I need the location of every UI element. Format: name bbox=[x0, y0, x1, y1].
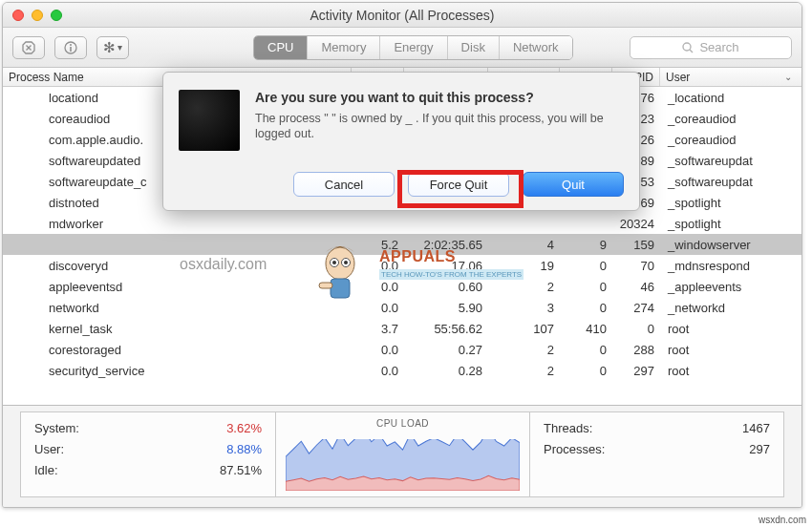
system-label: System: bbox=[34, 418, 79, 439]
cell-pid: 159 bbox=[612, 238, 660, 252]
table-row[interactable]: corestoraged0.00.2720288root bbox=[3, 339, 801, 360]
cell-user: root bbox=[660, 364, 801, 378]
processes-value: 297 bbox=[749, 439, 770, 460]
settings-button[interactable]: ✻ ▾ bbox=[96, 36, 129, 59]
table-row[interactable]: securityd_service0.00.2820297root bbox=[3, 360, 801, 381]
cell-threads: 3 bbox=[488, 301, 560, 315]
cell-idle: 0 bbox=[560, 280, 612, 294]
tab-disk[interactable]: Disk bbox=[447, 36, 499, 59]
user-label: User: bbox=[34, 439, 64, 460]
cell-name: appleeventsd bbox=[3, 280, 352, 294]
stop-process-button[interactable] bbox=[12, 36, 45, 59]
cell-name: mdworker bbox=[3, 217, 352, 231]
quit-button[interactable]: Quit bbox=[523, 172, 624, 197]
user-value: 8.88% bbox=[226, 439, 262, 460]
cell-pid: 46 bbox=[612, 280, 660, 294]
cell-user: _softwareupdat bbox=[660, 175, 801, 189]
dialog-title: Are you sure you want to quit this proce… bbox=[255, 90, 624, 105]
cell-user: _mdnsrespond bbox=[660, 259, 801, 273]
table-row[interactable]: com.apple.PerformanceAnalysis.animat...0… bbox=[3, 381, 801, 383]
cell-cpu: 0.0 bbox=[352, 364, 404, 378]
cartoon-mascot bbox=[311, 237, 369, 304]
cell-user: _spotlight bbox=[660, 196, 801, 210]
cell-pid: 70 bbox=[612, 259, 660, 273]
cell-user: _coreaudiod bbox=[660, 112, 801, 126]
cell-time: 0.27 bbox=[404, 343, 488, 357]
svg-rect-14 bbox=[319, 283, 332, 288]
svg-rect-13 bbox=[331, 279, 350, 298]
cell-pid: 297 bbox=[612, 364, 660, 378]
table-row[interactable]: mdworker20324_spotlight bbox=[3, 213, 801, 234]
cell-threads: 2 bbox=[488, 343, 560, 357]
tab-memory[interactable]: Memory bbox=[307, 36, 379, 59]
cell-name: kernel_task bbox=[3, 322, 352, 336]
cell-user: _locationd bbox=[660, 91, 801, 105]
process-summary: Threads:1467 Processes:297 bbox=[529, 412, 783, 496]
cell-name: securityd_service bbox=[3, 364, 352, 378]
table-row[interactable]: networkd0.05.9030274_networkd bbox=[3, 297, 801, 318]
window-titlebar: Activity Monitor (All Processes) bbox=[3, 3, 801, 28]
cpu-summary: System:3.62% User:8.88% Idle:87.51% bbox=[21, 412, 275, 496]
svg-line-7 bbox=[690, 50, 693, 53]
watermark-osxdaily: osxdaily.com bbox=[180, 256, 267, 273]
watermark-appuals: APPUALS TECH HOW-TO'S FROM THE EXPERTS bbox=[379, 248, 524, 280]
cell-user: _networkd bbox=[660, 301, 801, 315]
idle-label: Idle: bbox=[34, 460, 58, 481]
threads-label: Threads: bbox=[544, 418, 592, 439]
cell-pid: 274 bbox=[612, 301, 660, 315]
cell-idle: 0 bbox=[560, 301, 612, 315]
cell-cpu: 3.7 bbox=[352, 322, 404, 336]
cell-pid: 0 bbox=[612, 322, 660, 336]
tab-group: CPU Memory Energy Disk Network bbox=[253, 35, 573, 60]
watermark-bottom: wsxdn.com bbox=[759, 515, 806, 525]
cell-time: 0.60 bbox=[404, 280, 488, 294]
cell-threads: 2 bbox=[488, 280, 560, 294]
cell-user: _windowserver bbox=[660, 238, 801, 252]
tab-network[interactable]: Network bbox=[499, 36, 572, 59]
search-icon bbox=[682, 42, 694, 53]
cancel-button[interactable]: Cancel bbox=[293, 172, 395, 197]
chevron-down-icon: ▾ bbox=[118, 42, 122, 53]
svg-point-6 bbox=[683, 43, 691, 51]
force-quit-button[interactable]: Force Quit bbox=[408, 172, 509, 197]
svg-point-12 bbox=[344, 261, 348, 264]
svg-rect-5 bbox=[70, 47, 72, 52]
threads-value: 1467 bbox=[742, 418, 770, 439]
cell-user: _softwareupdat bbox=[660, 154, 801, 168]
dialog-message: The process " " is owned by _ . If you q… bbox=[255, 111, 624, 141]
table-row[interactable]: kernel_task3.755:56.621074100root bbox=[3, 318, 801, 339]
col-user[interactable]: User ⌄ bbox=[660, 68, 801, 86]
system-value: 3.62% bbox=[226, 418, 262, 439]
info-icon bbox=[64, 41, 77, 54]
cell-name: corestoraged bbox=[3, 343, 352, 357]
cell-user: root bbox=[660, 322, 801, 336]
idle-value: 87.51% bbox=[220, 460, 262, 481]
quit-process-dialog: Are you sure you want to quit this proce… bbox=[162, 72, 640, 211]
inspect-process-button[interactable] bbox=[54, 36, 87, 59]
footer: System:3.62% User:8.88% Idle:87.51% CPU … bbox=[3, 405, 801, 507]
cell-time: 5.90 bbox=[404, 301, 488, 315]
cpu-load-chart: CPU LOAD bbox=[275, 412, 529, 496]
cell-threads: 107 bbox=[488, 322, 560, 336]
toolbar: ✻ ▾ CPU Memory Energy Disk Network Searc… bbox=[3, 28, 801, 68]
cell-idle: 0 bbox=[560, 364, 612, 378]
cell-user: _spotlight bbox=[660, 217, 801, 231]
cell-idle: 9 bbox=[560, 238, 612, 252]
cell-idle: 410 bbox=[560, 322, 612, 336]
tab-cpu[interactable]: CPU bbox=[254, 36, 307, 59]
chart-title: CPU LOAD bbox=[289, 418, 516, 432]
stop-icon bbox=[22, 41, 35, 54]
cell-user: _appleevents bbox=[660, 280, 801, 294]
cell-idle: 0 bbox=[560, 259, 612, 273]
cell-name: networkd bbox=[3, 301, 352, 315]
processes-label: Processes: bbox=[544, 439, 605, 460]
chevron-down-icon: ⌄ bbox=[784, 72, 792, 82]
search-input[interactable]: Search bbox=[630, 36, 792, 59]
svg-point-4 bbox=[70, 44, 72, 46]
svg-point-11 bbox=[332, 261, 336, 264]
cell-idle: 0 bbox=[560, 343, 612, 357]
search-placeholder: Search bbox=[699, 40, 738, 54]
cell-threads: 2 bbox=[488, 364, 560, 378]
tab-energy[interactable]: Energy bbox=[379, 36, 446, 59]
window-title: Activity Monitor (All Processes) bbox=[3, 8, 801, 23]
